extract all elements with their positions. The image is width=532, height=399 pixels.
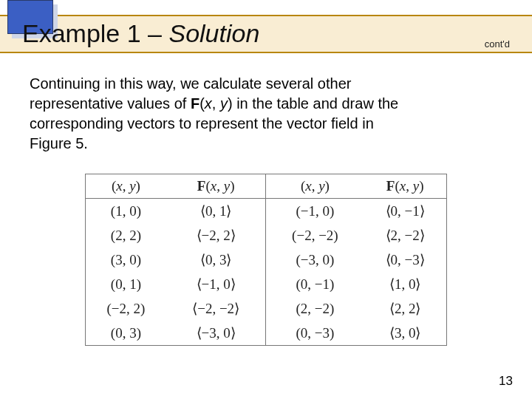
cell-p1: (−2, 2) — [86, 296, 166, 321]
body-line4: Figure 5. — [30, 135, 88, 151]
table-row: (0, 3) ⟨−3, 0⟩ (0, −3) ⟨3, 0⟩ — [86, 321, 446, 345]
cell-p1: (3, 0) — [86, 248, 166, 272]
cell-f1: ⟨−2, 2⟩ — [166, 223, 266, 248]
cell-f2: ⟨1, 0⟩ — [364, 272, 446, 296]
cell-f2: ⟨0, −1⟩ — [364, 199, 446, 224]
cell-p2: (−3, 0) — [266, 248, 364, 272]
contd-label: cont'd — [485, 38, 510, 50]
body-cm: , — [212, 95, 220, 112]
cell-p2: (0, −1) — [266, 272, 364, 296]
cell-f1: ⟨−1, 0⟩ — [166, 272, 266, 296]
table-row: (−2, 2) ⟨−2, −2⟩ (2, −2) ⟨2, 2⟩ — [86, 296, 446, 321]
cell-f1: ⟨0, 1⟩ — [166, 199, 266, 224]
body-y: y — [220, 95, 228, 112]
cell-f2: ⟨3, 0⟩ — [364, 321, 446, 345]
table-row: (0, 1) ⟨−1, 0⟩ (0, −1) ⟨1, 0⟩ — [86, 272, 446, 296]
cell-f1: ⟨−2, −2⟩ — [166, 296, 266, 321]
page-title: Example 1 – Solution — [22, 19, 259, 48]
table-row: (3, 0) ⟨0, 3⟩ (−3, 0) ⟨0, −3⟩ — [86, 248, 446, 272]
cell-f2: ⟨0, −3⟩ — [364, 248, 446, 272]
table-row: (1, 0) ⟨0, 1⟩ (−1, 0) ⟨0, −1⟩ — [86, 199, 446, 224]
cell-p2: (−2, −2) — [266, 223, 364, 248]
body-line3: corresponding vectors to represent the v… — [30, 115, 374, 132]
cell-f2: ⟨2, −2⟩ — [364, 223, 446, 248]
cell-p2: (2, −2) — [266, 296, 364, 321]
body-lp: ( — [200, 95, 205, 112]
body-line2g: ) in the table and draw the — [228, 95, 398, 112]
body-paragraph: Continuing in this way, we calculate sev… — [30, 74, 502, 154]
cell-p1: (0, 3) — [86, 321, 166, 345]
cell-p2: (−1, 0) — [266, 199, 364, 224]
page-number: 13 — [499, 374, 513, 389]
cell-p1: (1, 0) — [86, 199, 166, 224]
cell-f1: ⟨−3, 0⟩ — [166, 321, 266, 345]
title-prefix: Example 1 – — [22, 19, 168, 47]
th-F-2: F(x, y) — [364, 174, 446, 199]
values-table: (x, y) F(x, y) (x, y) F(x, y) (1, 0) ⟨0,… — [85, 174, 447, 346]
cell-p2: (0, −3) — [266, 321, 364, 345]
title-solution: Solution — [168, 19, 259, 47]
table-row: (2, 2) ⟨−2, 2⟩ (−2, −2) ⟨2, −2⟩ — [86, 223, 446, 248]
cell-f1: ⟨0, 3⟩ — [166, 248, 266, 272]
th-xy-1: (x, y) — [86, 174, 166, 199]
cell-p1: (2, 2) — [86, 223, 166, 248]
th-xy-2: (x, y) — [266, 174, 364, 199]
th-F-1: F(x, y) — [166, 174, 266, 199]
body-line1: Continuing in this way, we calculate sev… — [30, 75, 351, 92]
body-F: F — [191, 95, 200, 112]
body-x: x — [205, 95, 212, 112]
body-line2a: representative values of — [30, 95, 191, 112]
table-header-row: (x, y) F(x, y) (x, y) F(x, y) — [86, 174, 446, 199]
cell-p1: (0, 1) — [86, 272, 166, 296]
cell-f2: ⟨2, 2⟩ — [364, 296, 446, 321]
